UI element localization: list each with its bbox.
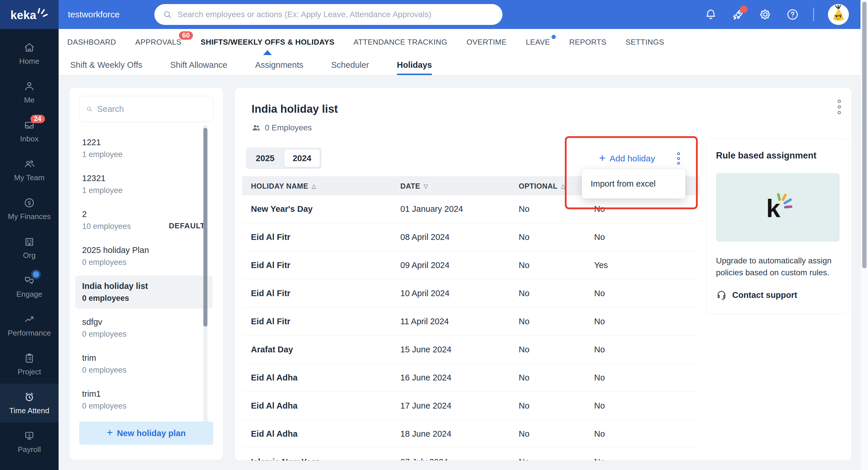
bell-icon[interactable] — [704, 8, 717, 21]
holiday-row[interactable]: Eid Al Fitr10 April 2024NoNo — [242, 279, 700, 307]
inbox-icon: 24 — [24, 120, 35, 131]
subtab-holidays[interactable]: Holidays — [397, 55, 432, 75]
column-header-date[interactable]: DATE▽ — [400, 177, 428, 195]
sidebar-item-my-finances[interactable]: $My Finances — [0, 190, 59, 228]
holiday-name-cell: Eid Al Fitr — [251, 317, 290, 326]
sidebar-item-project[interactable]: Project — [0, 345, 59, 384]
global-search-input[interactable] — [178, 10, 494, 19]
holiday-name-cell: New Year's Day — [251, 204, 313, 214]
holiday-plan-item-india-holiday-list[interactable]: India holiday list0 employees — [75, 275, 213, 309]
holiday-row[interactable]: Eid Al Fitr09 April 2024NoYes — [242, 251, 700, 279]
holiday-plan-item-sdfgv[interactable]: sdfgv0 employees — [75, 311, 213, 344]
holiday-name-cell: Eid Al Fitr — [251, 289, 290, 298]
sidebar-item-me[interactable]: Me — [0, 73, 59, 112]
holiday-row[interactable]: Islamic New Year07 July 2024NoNo — [242, 448, 700, 461]
tab-leave[interactable]: LEAVE — [526, 29, 550, 55]
sidebar-item-performance[interactable]: Performance — [0, 306, 59, 345]
plans-search[interactable] — [79, 96, 213, 122]
new-holiday-plan-button[interactable]: + New holiday plan — [79, 422, 213, 445]
add-holiday-button[interactable]: + Add holiday — [599, 150, 655, 167]
holiday-plan-item-12321[interactable]: 123211 employee — [75, 168, 213, 201]
column-header-holiday-name[interactable]: HOLIDAY NAME△ — [251, 177, 316, 195]
holiday-row[interactable]: Eid Al Adha16 June 2024NoNo — [242, 364, 700, 392]
sidebar-item-org[interactable]: Org — [0, 228, 59, 267]
subtab-label: Shift Allowance — [170, 60, 227, 70]
help-icon[interactable] — [786, 8, 799, 21]
subtab-shift-weekly-offs[interactable]: Shift & Weekly Offs — [70, 55, 143, 75]
flag-cell: No — [594, 401, 605, 411]
holiday-plan-item-trim[interactable]: trim0 employees — [75, 347, 213, 380]
holiday-name-cell: Eid Al Adha — [251, 373, 298, 382]
flag-cell: No — [519, 401, 529, 411]
column-header-label: HOLIDAY NAME — [251, 182, 308, 190]
tab-overtime[interactable]: OVERTIME — [466, 29, 507, 55]
subtab-assignments[interactable]: Assignments — [255, 55, 303, 75]
search-icon — [162, 9, 172, 20]
date-cell: 07 July 2024 — [400, 457, 448, 461]
keka-logo[interactable]: keka — [0, 0, 59, 29]
holiday-row[interactable]: Eid Al Fitr08 April 2024NoNo — [242, 223, 700, 251]
page-scrollbar-thumb[interactable] — [862, 2, 867, 268]
holiday-plan-item-trim1[interactable]: trim10 employees — [75, 383, 213, 416]
sidebar-item-label: Engage — [16, 290, 42, 299]
contact-support-button[interactable]: Contact support — [716, 290, 797, 301]
card-kebab-menu[interactable] — [833, 98, 846, 115]
context-menu: Import from excel — [582, 169, 685, 199]
sidebar-item-payroll[interactable]: $Payroll — [0, 423, 59, 461]
tab-attendance-tracking[interactable]: ATTENDANCE TRACKING — [354, 29, 447, 55]
sidebar-item-my-team[interactable]: My Team — [0, 151, 59, 190]
plans-search-input[interactable] — [97, 104, 207, 114]
employee-count-label: 0 Employees — [265, 123, 312, 132]
sidebar-item-label: Me — [24, 96, 34, 105]
holiday-row[interactable]: Eid Al Adha17 June 2024NoNo — [242, 392, 700, 420]
engage-notification-dot — [33, 271, 39, 278]
flag-cell: No — [594, 204, 605, 214]
inbox-count-badge: 24 — [30, 115, 45, 123]
tab-settings[interactable]: SETTINGS — [625, 29, 664, 55]
app-root: testworkforce — [0, 0, 868, 470]
subtab-shift-allowance[interactable]: Shift Allowance — [170, 55, 227, 75]
column-header-optional[interactable]: OPTIONAL△ — [519, 177, 565, 195]
avatar[interactable] — [828, 4, 849, 25]
sidebar-item-time-attend[interactable]: Time Attend — [0, 384, 59, 423]
global-search[interactable] — [154, 4, 502, 25]
subtab-scheduler[interactable]: Scheduler — [331, 55, 369, 75]
date-cell: 08 April 2024 — [400, 232, 450, 242]
add-holiday-kebab-menu[interactable] — [673, 151, 684, 166]
rocket-icon[interactable] — [731, 8, 745, 21]
plans-scrollbar-thumb[interactable] — [204, 128, 208, 327]
holiday-row[interactable]: Eid Al Fitr11 April 2024NoNo — [242, 307, 700, 336]
table-body: New Year's Day01 January 2024NoNoEid Al … — [242, 195, 700, 461]
holiday-row[interactable]: Arafat Day15 June 2024NoNo — [242, 336, 700, 364]
holiday-plan-item-1221[interactable]: 12211 employee — [75, 132, 213, 165]
rocket-badge-dot — [740, 5, 748, 13]
date-cell: 11 April 2024 — [400, 317, 449, 326]
plans-scrollbar-track[interactable] — [204, 125, 208, 434]
active-subtab-underline — [397, 74, 432, 75]
tab-shifts-weekly-offs-holidays[interactable]: SHIFTS/WEEKLY OFFS & HOLIDAYS — [200, 29, 334, 55]
flag-cell: No — [594, 317, 605, 326]
sidebar-item-engage[interactable]: Engage — [0, 267, 59, 306]
year-tab-2025[interactable]: 2025 — [247, 149, 283, 167]
year-tab-2024[interactable]: 2024 — [284, 149, 320, 167]
sidebar-item-inbox[interactable]: 24Inbox — [0, 112, 59, 151]
new-holiday-plan-label: New holiday plan — [117, 429, 186, 438]
holiday-list-card: India holiday list 0 Employees 20252024 … — [235, 88, 852, 461]
holiday-plan-item-2025-holiday-plan[interactable]: 2025 holiday Plan0 employees — [75, 240, 213, 273]
page-scrollbar-track[interactable] — [861, 0, 868, 470]
flag-cell: No — [594, 232, 605, 242]
plus-icon: + — [107, 427, 113, 439]
holiday-plan-item-2[interactable]: 210 employeesDEFAULT — [75, 204, 213, 237]
tab-approvals[interactable]: APPROVALS60 — [135, 29, 181, 55]
menu-item-import-from-excel[interactable]: Import from excel — [591, 179, 685, 189]
sidebar-item-label: Performance — [8, 329, 51, 338]
performance-icon — [24, 313, 35, 325]
tab-reports[interactable]: REPORTS — [569, 29, 606, 55]
sidebar-item-home[interactable]: Home — [0, 34, 59, 73]
holiday-row[interactable]: Eid Al Adha18 June 2024NoNo — [242, 420, 700, 448]
gear-icon[interactable] — [758, 8, 772, 21]
holiday-row[interactable]: New Year's Day01 January 2024NoNo — [242, 195, 700, 223]
tab-dashboard[interactable]: DASHBOARD — [67, 29, 116, 55]
subtab-label: Assignments — [255, 60, 303, 70]
plan-employee-count: 0 employees — [82, 330, 206, 339]
